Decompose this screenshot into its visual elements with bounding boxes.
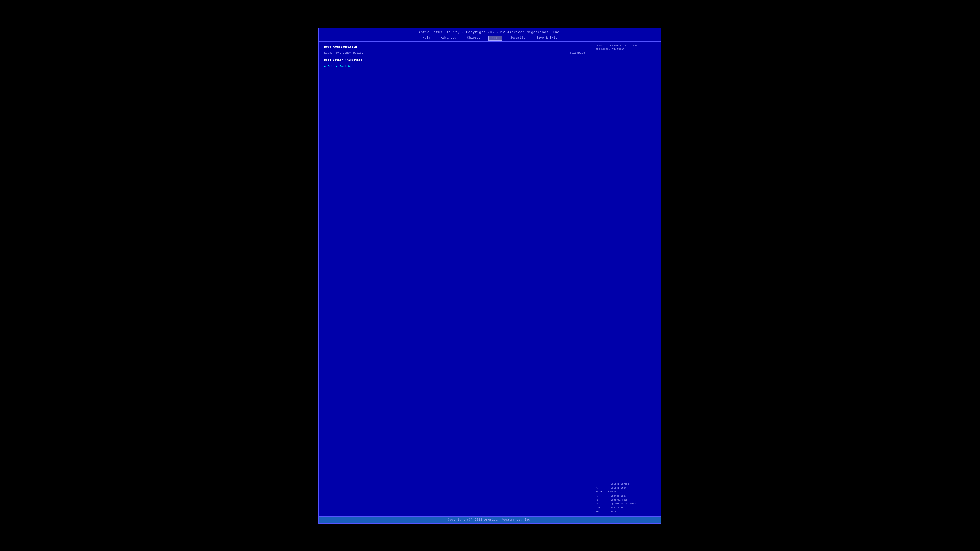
key-esc-label: ESC [596,510,607,514]
key-enter-select: Enter: Select [596,490,657,494]
tab-save-exit[interactable]: Save & Exit [533,36,560,41]
help-text-line1: Controls the execution of UEFI [596,44,639,47]
launch-pxe-item[interactable]: Launch PXE OpROM policy [Disabled] [324,51,587,55]
boot-option-priorities-title: Boot Option Priorities [324,59,587,62]
key-f9: F9 : Optimized Defaults [596,502,657,506]
header-bar: Aptio Setup Utility - Copyright (C) 2012… [319,29,661,35]
key-f10-label: F10 [596,506,607,510]
tab-boot[interactable]: Boot [488,36,502,41]
key-arrows-ud: ↑↓ [596,486,607,490]
launch-pxe-label: Launch PXE OpROM policy [324,51,363,54]
main-content: Boot Configuration Launch PXE OpROM poli… [319,41,661,516]
tab-main[interactable]: Main [420,36,433,41]
key-bindings: →← : Select Screen ↑↓ : Select Item Ente… [596,482,657,514]
key-f9-desc: : Optimized Defaults [608,502,636,506]
key-f1-desc: : General Help [608,498,627,502]
key-select-item: ↑↓ : Select Item [596,486,657,490]
header-title: Aptio Setup Utility - Copyright (C) 2012… [418,30,561,34]
key-enter-desc: Select [608,490,616,494]
bios-screen: Aptio Setup Utility - Copyright (C) 2012… [318,28,662,524]
key-f10-desc: : Save & Exit [608,506,626,510]
boot-config-title: Boot Configuration [324,45,587,48]
arrow-right-icon: ▶ [324,65,326,68]
launch-pxe-value: [Disabled] [570,51,587,54]
tab-advanced[interactable]: Advanced [438,36,459,41]
left-panel: Boot Configuration Launch PXE OpROM poli… [319,41,592,516]
key-select-screen: →← : Select Screen [596,482,657,486]
tab-chipset[interactable]: Chipset [464,36,484,41]
key-select-screen-desc: : Select Screen [608,482,629,486]
key-esc-desc: : Exit [608,510,616,514]
key-f1: F1 : General Help [596,498,657,502]
key-enter: Enter: [596,490,607,494]
key-f1-label: F1 [596,498,607,502]
key-plus-minus: +/- [596,494,607,498]
delete-boot-option-label: Delete Boot Option [328,65,358,68]
key-arrows-lr: →← [596,482,607,486]
delete-boot-option-item[interactable]: ▶ Delete Boot Option [324,65,587,68]
key-f9-label: F9 [596,502,607,506]
tab-bar: Main Advanced Chipset Boot Security Save… [319,35,661,41]
key-f10: F10 : Save & Exit [596,506,657,510]
footer-bar: Copyright (C) 2012 American Megatrends, … [319,516,661,523]
tab-security[interactable]: Security [508,36,528,41]
right-panel: Controls the execution of UEFI and Legac… [592,41,661,516]
help-text-line2: and Legacy PXE OpROM [596,48,625,51]
key-change-opt: +/- : Change Opt. [596,494,657,498]
key-change-opt-desc: : Change Opt. [608,494,626,498]
key-esc: ESC : Exit [596,510,657,514]
help-text: Controls the execution of UEFI and Legac… [596,44,657,51]
footer-text: Copyright (C) 2012 American Megatrends, … [448,518,532,522]
key-select-item-desc: : Select Item [608,486,626,490]
